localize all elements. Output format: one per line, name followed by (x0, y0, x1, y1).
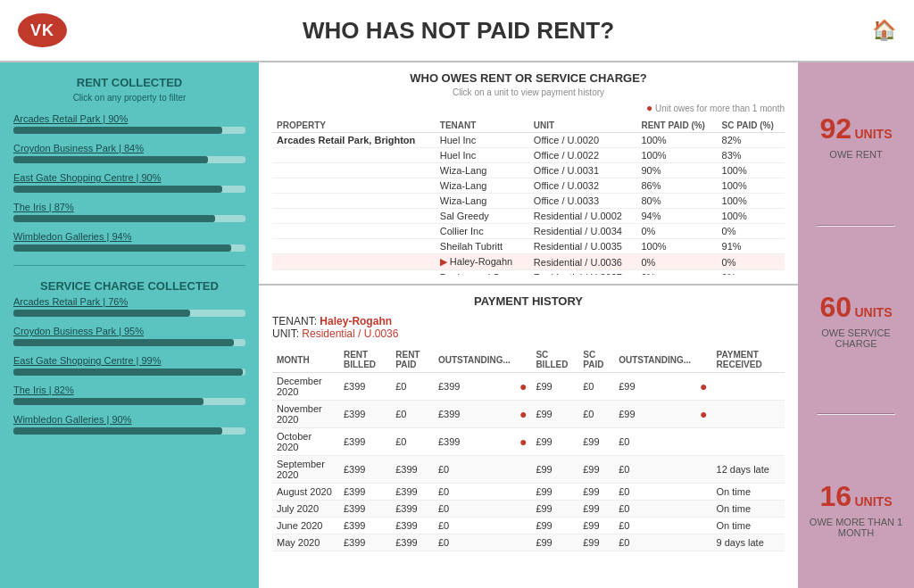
col-tenant: TENANT (436, 119, 529, 133)
rent-item[interactable]: Wimbledon Galleries | 94% (13, 231, 245, 252)
rent-item-label[interactable]: Wimbledon Galleries | 94% (13, 231, 245, 242)
progress-bar-fill (13, 156, 208, 163)
rent-pct-cell: 80% (636, 194, 717, 209)
unit-cell: Office / U.0032 (529, 178, 637, 194)
table-row[interactable]: Huel Inc Office / U.0022 100% 83% (272, 148, 785, 163)
unit-label: UNIT: (272, 327, 299, 340)
table-row: August 2020 £399 £399 £0 £99 £99 £0 On t… (272, 484, 785, 501)
sc-pct-cell: 82% (718, 133, 785, 148)
tenant-cell: Wiza-Lang (436, 178, 529, 194)
tenant-cell: Collier Inc (436, 224, 529, 239)
tenant-cell: Huel Inc (436, 148, 529, 163)
table-row[interactable]: Boehm and Sons Residential / U.0037 0% 0… (272, 270, 785, 276)
summary-sc-units: UNITS (854, 305, 892, 319)
table-row[interactable]: Wiza-Lang Office / U.0031 90% 100% (272, 163, 785, 178)
sc-item-label[interactable]: Wimbledon Galleries | 90% (13, 414, 245, 425)
unit-cell: Residential / U.0037 (529, 270, 637, 276)
sc-pct-cell: 91% (718, 239, 785, 254)
owes-title: WHO OWES RENT OR SERVICE CHARGE? (272, 71, 785, 85)
progress-bar-bg (13, 186, 245, 193)
sidebar: RENT COLLECTED Click on any property to … (0, 62, 259, 588)
table-row: November 2020 £399 £0 £399 ● £99 £0 £99 … (272, 401, 785, 428)
sc-item-label[interactable]: The Iris | 82% (13, 385, 245, 395)
payment-history-section: PAYMENT HISTORY TENANT: Haley-Rogahn UNI… (259, 286, 798, 588)
rent-pct-cell: 90% (636, 163, 717, 178)
progress-bar-bg (13, 244, 245, 252)
rent-item-label[interactable]: The Iris | 87% (13, 202, 245, 212)
rent-item-label[interactable]: Arcades Retail Park | 90% (13, 113, 245, 124)
ph-sc-paid: £99 (578, 428, 614, 456)
sc-item[interactable]: Croydon Business Park | 95% (13, 326, 245, 346)
table-row[interactable]: Wiza-Lang Office / U.0033 80% 100% (272, 194, 785, 209)
ph-rent-dot: ● (515, 428, 531, 456)
rent-item[interactable]: Arcades Retail Park | 90% (13, 113, 245, 134)
rent-item[interactable]: The Iris | 87% (13, 202, 245, 222)
rent-pct-cell: 100% (636, 133, 717, 148)
col-sc-pct: SC PAID (%) (718, 119, 785, 133)
ph-col-sc-billed: SC BILLED (531, 347, 578, 373)
tenant-label: TENANT: (272, 315, 317, 327)
table-row[interactable]: Sheilah Tubritt Residential / U.0035 100… (272, 239, 785, 254)
rent-pct-cell: 0% (636, 224, 717, 239)
ph-rent-dot (515, 534, 531, 551)
sc-item[interactable]: Arcades Retail Park | 76% (13, 296, 245, 317)
ph-col-payment-received: PAYMENT RECEIVED (712, 347, 785, 373)
sc-item[interactable]: East Gate Shopping Centre | 99% (13, 355, 245, 376)
progress-bar-fill (13, 244, 231, 252)
progress-bar-fill (13, 427, 222, 435)
ph-month: September 2020 (272, 456, 339, 484)
sc-item[interactable]: The Iris | 82% (13, 385, 245, 405)
table-row[interactable]: Collier Inc Residential / U.0034 0% 0% (272, 224, 785, 239)
table-row[interactable]: Wiza-Lang Office / U.0032 86% 100% (272, 178, 785, 194)
summary-month-desc: OWE MORE THAN 1 MONTH (807, 517, 905, 538)
progress-bar-bg (13, 310, 245, 317)
rent-section-subtitle: Click on any property to filter (13, 93, 245, 103)
rent-item-label[interactable]: East Gate Shopping Centre | 90% (13, 172, 245, 183)
progress-bar-bg (13, 427, 245, 435)
ph-rent-dot (515, 456, 531, 484)
ph-sc-billed: £99 (531, 373, 578, 401)
sc-item-label[interactable]: Arcades Retail Park | 76% (13, 296, 245, 307)
ph-sc-paid: £99 (578, 456, 614, 484)
ph-rent-billed: £399 (339, 456, 391, 484)
summary-panel: 92 UNITS OWE RENT 60 UNITS OWE SERVICE C… (798, 62, 914, 588)
ph-sc-billed: £99 (531, 518, 578, 534)
sc-item[interactable]: Wimbledon Galleries | 90% (13, 414, 245, 435)
rent-item[interactable]: East Gate Shopping Centre | 90% (13, 172, 245, 193)
rent-pct-cell: 100% (636, 148, 717, 163)
ph-payment-received (712, 401, 785, 428)
home-icon[interactable]: 🏠 (872, 19, 896, 42)
property-cell (272, 209, 436, 224)
table-row[interactable]: Sal Greedy Residential / U.0002 94% 100% (272, 209, 785, 224)
progress-bar-fill (13, 127, 222, 134)
sc-pct-cell: 83% (718, 148, 785, 163)
table-row[interactable]: ▶ Haley-Rogahn Residential / U.0036 0% 0… (272, 254, 785, 270)
ph-col-rent-outstanding: OUTSTANDING... (434, 347, 515, 373)
rent-pct-cell: 94% (636, 209, 717, 224)
ph-sc-outstanding: £0 (614, 534, 695, 551)
sc-item-label[interactable]: Croydon Business Park | 95% (13, 326, 245, 336)
sc-item-label[interactable]: East Gate Shopping Centre | 99% (13, 355, 245, 366)
ph-rent-outstanding: £399 (434, 401, 515, 428)
ph-sc-paid: £99 (578, 501, 614, 518)
ph-sc-billed: £99 (531, 534, 578, 551)
unit-cell: Residential / U.0002 (529, 209, 637, 224)
table-row: October 2020 £399 £0 £399 ● £99 £99 £0 (272, 428, 785, 456)
progress-bar-fill (13, 339, 234, 346)
owes-subtitle: Click on a unit to view payment history (272, 87, 785, 97)
summary-month-block: 16 UNITS OWE MORE THAN 1 MONTH (807, 480, 905, 538)
center-panel: WHO OWES RENT OR SERVICE CHARGE? Click o… (259, 62, 798, 588)
progress-bar-bg (13, 156, 245, 163)
table-row[interactable]: Arcades Retail Park, Brighton Huel Inc O… (272, 133, 785, 148)
ph-sc-outstanding: £0 (614, 456, 695, 484)
ph-month: December 2020 (272, 373, 339, 401)
sc-pct-cell: 0% (718, 224, 785, 239)
rent-item[interactable]: Croydon Business Park | 84% (13, 143, 245, 163)
summary-month-number: 16 (820, 480, 852, 512)
owes-scroll[interactable]: PROPERTY TENANT UNIT RENT PAID (%) SC PA… (272, 119, 785, 275)
page-title: WHO HAS NOT PAID RENT? (45, 17, 872, 45)
ph-month: June 2020 (272, 518, 339, 534)
table-row: July 2020 £399 £399 £0 £99 £99 £0 On tim… (272, 501, 785, 518)
rent-item-label[interactable]: Croydon Business Park | 84% (13, 143, 245, 153)
ph-sc-outstanding: £0 (614, 501, 695, 518)
